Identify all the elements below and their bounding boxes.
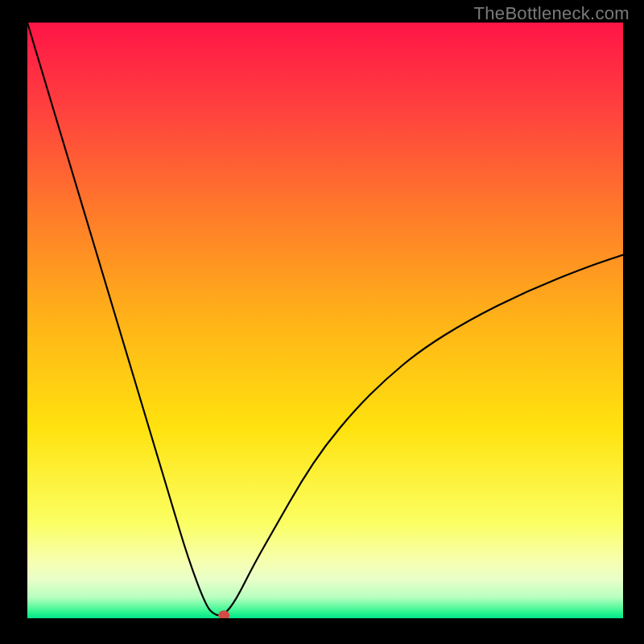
plot-svg [27,23,623,618]
chart-frame: TheBottleneck.com [0,0,644,644]
plot-area [27,23,623,618]
watermark-text: TheBottleneck.com [474,3,630,24]
